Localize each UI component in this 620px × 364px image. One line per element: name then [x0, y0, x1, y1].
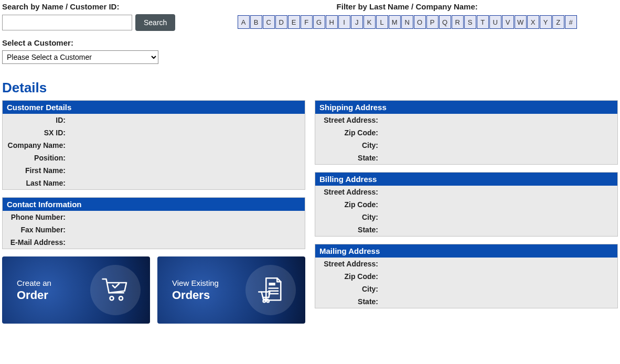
alpha-filter-p[interactable]: P [426, 15, 439, 29]
billing-field-row: State: [315, 223, 617, 236]
alpha-filter-f[interactable]: F [301, 15, 313, 29]
customer-field-value [69, 154, 301, 162]
alpha-filter-t[interactable]: T [477, 15, 489, 29]
alpha-filter-c[interactable]: C [263, 15, 275, 29]
customer-details-header: Customer Details [3, 101, 305, 114]
view-orders-card[interactable]: View Existing Orders [157, 256, 305, 324]
svg-point-1 [119, 296, 123, 300]
search-input[interactable] [2, 15, 132, 30]
alpha-filter-d[interactable]: D [275, 15, 287, 29]
shipping-field-row: Street Address: [315, 114, 617, 126]
shipping-field-value [381, 154, 613, 162]
billing-field-row: Street Address: [315, 186, 617, 198]
cart-icon [90, 265, 141, 315]
alpha-filter-row: ABCDEFGHIJKLMNOPQRSTUVWXYZ# [196, 15, 618, 29]
alpha-filter-m[interactable]: M [389, 15, 401, 29]
alpha-filter-y[interactable]: Y [540, 15, 552, 29]
alpha-filter-n[interactable]: N [401, 15, 413, 29]
alpha-filter-e[interactable]: E [288, 15, 300, 29]
customer-field-label: Last Name: [7, 179, 69, 187]
customer-field-row: Last Name: [3, 177, 305, 189]
mailing-field-value [381, 297, 613, 306]
contact-field-row: Fax Number: [3, 223, 305, 236]
view-orders-line2: Orders [172, 288, 245, 302]
view-orders-line1: View Existing [172, 279, 245, 287]
orders-doc-icon [245, 265, 296, 315]
details-heading: Details [2, 80, 618, 96]
billing-field-value [381, 213, 613, 221]
customer-field-value [69, 166, 301, 175]
customer-field-value [69, 179, 301, 187]
billing-field-label: City: [319, 213, 381, 221]
mailing-field-value [381, 285, 613, 293]
alpha-filter-k[interactable]: K [364, 15, 376, 29]
contact-field-value [69, 213, 301, 221]
shipping-field-label: City: [319, 141, 381, 149]
alpha-filter-j[interactable]: J [351, 15, 363, 29]
alpha-filter-g[interactable]: G [313, 15, 325, 29]
alpha-filter-h[interactable]: H [326, 15, 338, 29]
alpha-filter-i[interactable]: I [338, 15, 350, 29]
billing-field-value [381, 188, 613, 196]
customer-field-row: Company Name: [3, 139, 305, 152]
contact-field-label: Phone Number: [7, 213, 69, 221]
customer-field-value [69, 141, 301, 149]
mailing-field-row: City: [315, 283, 617, 295]
create-order-line2: Order [17, 288, 90, 302]
alpha-filter-b[interactable]: B [250, 15, 262, 29]
svg-point-7 [267, 300, 269, 302]
contact-field-row: E-Mail Address: [3, 236, 305, 249]
customer-field-label: ID: [7, 116, 69, 124]
svg-point-6 [263, 300, 265, 302]
customer-field-row: SX ID: [3, 126, 305, 139]
svg-rect-2 [269, 283, 275, 285]
select-customer-dropdown[interactable]: Please Select a Customer [2, 50, 158, 64]
contact-field-label: E-Mail Address: [7, 238, 69, 247]
alpha-filter-l[interactable]: L [376, 15, 388, 29]
shipping-field-value [381, 116, 613, 124]
customer-field-row: ID: [3, 114, 305, 126]
search-button[interactable]: Search [135, 14, 175, 31]
customer-details-panel: Customer Details ID:SX ID:Company Name:P… [2, 100, 305, 190]
shipping-field-row: State: [315, 152, 617, 164]
alpha-filter-o[interactable]: O [414, 15, 426, 29]
shipping-address-header: Shipping Address [315, 101, 617, 114]
alpha-filter-q[interactable]: Q [439, 15, 451, 29]
billing-address-panel: Billing Address Street Address:Zip Code:… [315, 172, 618, 237]
contact-info-header: Contact Information [3, 198, 305, 211]
alpha-filter-v[interactable]: V [502, 15, 514, 29]
mailing-field-value [381, 260, 613, 268]
alpha-filter-a[interactable]: A [238, 15, 250, 29]
customer-field-label: First Name: [7, 166, 69, 175]
billing-field-value [381, 200, 613, 209]
billing-address-header: Billing Address [315, 173, 617, 186]
search-label: Search by Name / Customer ID: [2, 2, 175, 11]
mailing-field-row: State: [315, 295, 617, 308]
billing-field-row: City: [315, 211, 617, 223]
filter-label: Filter by Last Name / Company Name: [196, 2, 618, 11]
alpha-filter-u[interactable]: U [489, 15, 501, 29]
alpha-filter-w[interactable]: W [515, 15, 527, 29]
mailing-address-header: Mailing Address [315, 244, 617, 258]
alpha-filter-hash[interactable]: # [565, 15, 577, 29]
billing-field-label: Street Address: [319, 188, 381, 196]
mailing-field-label: Zip Code: [319, 272, 381, 281]
billing-field-label: State: [319, 226, 381, 234]
shipping-field-value [381, 129, 613, 137]
alpha-filter-z[interactable]: Z [552, 15, 564, 29]
mailing-field-value [381, 272, 613, 281]
alpha-filter-s[interactable]: S [464, 15, 476, 29]
create-order-card[interactable]: Create an Order [2, 256, 150, 324]
customer-field-label: Company Name: [7, 141, 69, 149]
mailing-field-label: City: [319, 285, 381, 293]
customer-field-value [69, 129, 301, 137]
alpha-filter-x[interactable]: X [527, 15, 539, 29]
shipping-address-panel: Shipping Address Street Address:Zip Code… [315, 100, 618, 165]
shipping-field-label: Zip Code: [319, 129, 381, 137]
mailing-field-label: Street Address: [319, 260, 381, 268]
shipping-field-label: Street Address: [319, 116, 381, 124]
create-order-line1: Create an [17, 279, 90, 287]
mailing-address-panel: Mailing Address Street Address:Zip Code:… [315, 244, 618, 308]
alpha-filter-r[interactable]: R [452, 15, 464, 29]
svg-point-0 [110, 296, 114, 300]
